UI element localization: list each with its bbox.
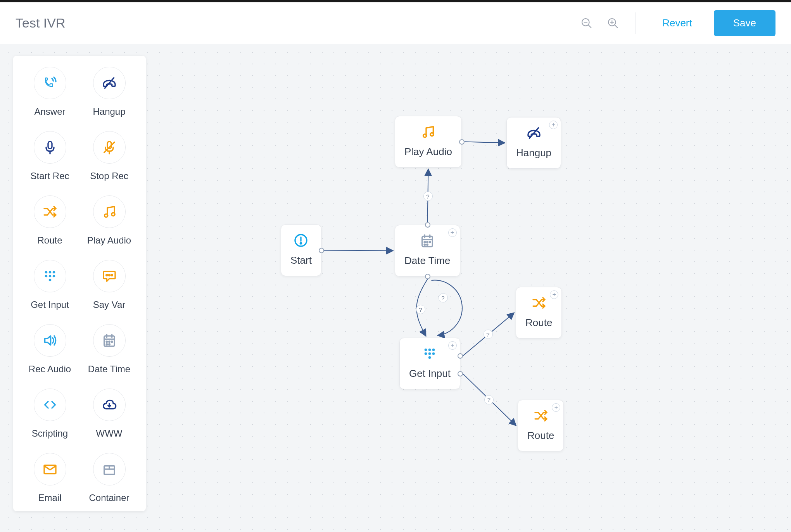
speaker-icon <box>34 324 66 357</box>
svg-point-23 <box>109 275 110 276</box>
palette-item-hangup[interactable]: Hangup <box>79 67 139 117</box>
svg-point-16 <box>48 271 51 274</box>
edge-condition-badge[interactable]: ? <box>416 305 425 314</box>
palette-label: Email <box>38 492 61 503</box>
canvas-node-route1[interactable]: +Route <box>516 287 562 339</box>
connection-port[interactable] <box>319 248 324 253</box>
zoom-out-button[interactable] <box>578 15 595 32</box>
palette-item-answer[interactable]: Answer <box>20 67 79 117</box>
svg-point-54 <box>424 242 425 243</box>
phone-hangup-icon <box>526 125 542 142</box>
palette-label: Scripting <box>32 428 68 439</box>
save-button[interactable]: Save <box>714 10 775 36</box>
palette-item-startrec[interactable]: Start Rec <box>20 131 79 181</box>
palette-label: Stop Rec <box>90 171 128 181</box>
canvas-node-hangup[interactable]: +Hangup <box>506 117 561 169</box>
svg-point-63 <box>428 352 431 355</box>
svg-point-20 <box>52 275 55 278</box>
palette-label: Start Rec <box>30 171 69 181</box>
music-icon <box>93 195 126 228</box>
mic-icon <box>34 131 66 164</box>
svg-point-17 <box>52 271 55 274</box>
connection-port[interactable] <box>425 274 430 279</box>
svg-point-21 <box>48 279 51 282</box>
svg-point-58 <box>427 244 428 245</box>
palette-item-playaudio[interactable]: Play Audio <box>79 195 139 246</box>
node-label: Route <box>527 430 554 442</box>
svg-point-30 <box>109 341 110 342</box>
edge-condition-badge[interactable]: ? <box>423 192 433 201</box>
phone-hangup-icon <box>93 67 126 99</box>
palette-label: WWW <box>96 428 123 439</box>
palette-item-scripting[interactable]: Scripting <box>20 389 79 439</box>
start-icon <box>293 233 309 250</box>
palette-item-sayvar[interactable]: Say Var <box>79 260 139 310</box>
edge-condition-badge[interactable]: ? <box>484 395 494 404</box>
palette-item-www[interactable]: WWW <box>79 389 139 439</box>
svg-point-24 <box>111 275 112 276</box>
header-divider <box>636 12 636 34</box>
palette-item-email[interactable]: Email <box>20 453 79 503</box>
canvas-node-datetime[interactable]: +Date Time <box>395 225 460 276</box>
keypad-icon <box>422 346 437 363</box>
svg-point-32 <box>106 344 107 345</box>
palette-item-getinput[interactable]: Get Input <box>20 260 79 310</box>
canvas-node-getinput[interactable]: +Get Input <box>399 338 460 389</box>
shuffle-icon <box>34 195 66 228</box>
mic-slash-icon <box>93 131 126 164</box>
svg-point-15 <box>45 271 47 274</box>
edge-condition-badge[interactable]: ? <box>439 293 448 302</box>
svg-point-56 <box>430 242 431 243</box>
palette-item-stoprec[interactable]: Stop Rec <box>79 131 139 181</box>
node-label: Hangup <box>516 147 551 159</box>
palette-label: Container <box>89 492 129 503</box>
connection-port[interactable] <box>458 371 463 377</box>
node-label: Get Input <box>409 368 451 380</box>
add-port-icon[interactable]: + <box>549 121 558 129</box>
add-port-icon[interactable]: + <box>550 290 558 299</box>
shuffle-icon <box>531 295 547 312</box>
svg-point-55 <box>427 242 428 243</box>
connection-port[interactable] <box>425 222 430 228</box>
zoom-in-icon <box>607 17 619 29</box>
svg-point-13 <box>104 214 107 217</box>
palette-label: Hangup <box>93 106 125 117</box>
svg-point-62 <box>425 352 427 355</box>
svg-point-57 <box>424 244 425 245</box>
svg-line-1 <box>588 25 591 28</box>
palette-item-container[interactable]: Container <box>79 453 139 503</box>
palette-item-route[interactable]: Route <box>20 195 79 246</box>
zoom-in-button[interactable] <box>604 15 622 32</box>
workspace[interactable]: AnswerHangupStart RecStop RecRoutePlay A… <box>0 44 791 532</box>
add-port-icon[interactable]: + <box>448 341 457 350</box>
node-label: Date Time <box>404 255 451 267</box>
svg-line-39 <box>324 250 393 251</box>
canvas-node-route2[interactable]: +Route <box>518 400 564 451</box>
header-actions: Revert Save <box>578 10 775 36</box>
svg-point-18 <box>45 275 47 278</box>
calendar-icon <box>93 324 126 357</box>
music-icon <box>420 124 436 141</box>
palette-label: Route <box>37 235 62 246</box>
canvas-node-playaudio[interactable]: Play Audio <box>395 116 462 168</box>
canvas-node-start[interactable]: Start <box>281 225 321 276</box>
svg-point-14 <box>111 213 114 216</box>
connection-port[interactable] <box>459 139 465 145</box>
svg-rect-8 <box>48 142 52 149</box>
node-palette: AnswerHangupStart RecStop RecRoutePlay A… <box>13 56 146 511</box>
add-port-icon[interactable]: + <box>552 403 560 412</box>
add-port-icon[interactable]: + <box>448 228 457 237</box>
zoom-out-icon <box>580 17 593 29</box>
envelope-icon <box>34 453 66 485</box>
palette-item-recaudio[interactable]: Rec Audio <box>20 324 79 375</box>
edge-condition-badge[interactable]: ? <box>484 330 493 339</box>
connection-port[interactable] <box>458 353 463 359</box>
svg-point-48 <box>430 133 433 136</box>
svg-point-19 <box>48 275 51 278</box>
node-label: Route <box>525 317 552 329</box>
palette-label: Say Var <box>93 299 126 310</box>
palette-label: Date Time <box>88 364 130 375</box>
box-icon <box>93 453 126 485</box>
revert-button[interactable]: Revert <box>650 11 705 35</box>
palette-item-datetime[interactable]: Date Time <box>79 324 139 375</box>
